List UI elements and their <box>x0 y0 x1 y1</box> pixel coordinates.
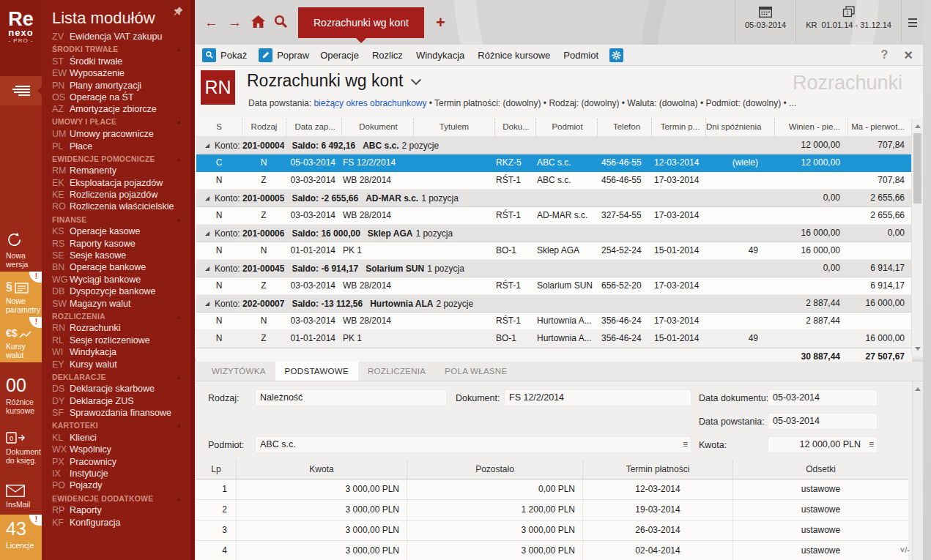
scroll-down-icon[interactable] <box>912 343 923 354</box>
module-item-rl[interactable]: RLSesje rozliczeniowe <box>52 335 190 346</box>
grid-group-row[interactable]: Konto: 201-00045Saldo: -6 914,17Solarium… <box>196 260 912 277</box>
module-item-px[interactable]: PXPracownicy <box>52 456 190 468</box>
edit-button[interactable]: Popraw <box>277 50 309 61</box>
module-item-wx[interactable]: WXWspólnicy <box>52 444 190 455</box>
module-item-pl[interactable]: PLPłace <box>52 141 190 152</box>
module-item-zv[interactable]: ZVEwidencja VAT zakupu <box>52 31 190 42</box>
module-item-ek[interactable]: EKEksploatacja pojazdów <box>52 177 190 189</box>
tab-rozrachunki-wg-kont[interactable]: Rozrachunki wg kont <box>298 7 424 38</box>
menubar-item-3[interactable]: Różnice kursowe <box>478 50 550 61</box>
rail-tile-dokument-do-ksieg[interactable]: 0 Dokument do księg. <box>0 422 42 468</box>
grid-detail-row[interactable]: NN01-01-2014PK 1BO-1Sklep AGA254-52-2415… <box>196 242 912 260</box>
module-item-rm[interactable]: RMRemanenty <box>52 165 190 176</box>
rail-tile-licencje[interactable]: ! 43 Licencje <box>0 515 42 560</box>
grid-column-header-10[interactable]: Winien - pie... <box>774 119 847 136</box>
module-item-ke[interactable]: KERozliczenia pojazdów <box>52 189 190 201</box>
module-section[interactable]: EWIDENCJE DODATKOWE <box>52 493 190 504</box>
expand-triangle-icon[interactable] <box>205 231 209 236</box>
grid-column-header-2[interactable]: Data zap... <box>286 119 341 136</box>
module-item-ks[interactable]: KSOperacje kasowe <box>52 225 190 237</box>
menubar-item-0[interactable]: Operacje <box>320 50 359 61</box>
menubar-item-4[interactable]: Podmiot <box>563 50 598 61</box>
detail-tab-pola-własne[interactable]: POLA WŁASNE <box>435 362 516 381</box>
grid-column-header-5[interactable]: Doku... <box>494 119 535 136</box>
work-date-button[interactable]: 05-03-2014 <box>735 0 795 45</box>
forward-arrow-icon[interactable]: → <box>228 15 242 29</box>
grid-column-header-3[interactable]: Dokument <box>341 119 413 136</box>
module-item-ix[interactable]: IXInstytucje <box>52 468 190 479</box>
module-section[interactable]: ŚRODKI TRWAŁE <box>52 43 190 55</box>
podmiot-field[interactable]: ABC s.c. ≡ <box>255 436 691 453</box>
installment-row[interactable]: 13 000,00 PLN0,00 PLN12-03-2014ustawowe <box>196 479 908 500</box>
pin-icon[interactable] <box>174 6 183 19</box>
grid-detail-row[interactable]: NN03-03-2014WB 28/2014RŚT-1Hurtownia A..… <box>196 313 912 330</box>
grid-vertical-scrollbar[interactable] <box>911 119 923 356</box>
expand-triangle-icon[interactable] <box>205 302 209 306</box>
menubar-item-2[interactable]: Windykacja <box>416 50 464 61</box>
module-item-pn[interactable]: PNPlany amortyzacji <box>52 80 190 92</box>
installment-row[interactable]: 43 000,00 PLN3 000,00 PLN02-04-2014ustaw… <box>196 541 908 560</box>
lookup-list-icon[interactable]: ≡ <box>683 437 688 452</box>
kwota-field[interactable]: 12 000,00 PLN ≡ <box>768 436 878 453</box>
show-icon[interactable] <box>202 48 216 62</box>
module-section[interactable]: ROZLICZENIA <box>52 310 190 322</box>
rail-tile-kursy-walut[interactable]: ! €$ Kursy walut <box>0 317 42 362</box>
back-arrow-icon[interactable]: ← <box>204 15 218 29</box>
module-item-se[interactable]: SESesje kasowe <box>52 250 190 261</box>
rail-tile-nowe-parametry[interactable]: ! § Nowe parametry <box>0 272 42 317</box>
grid-column-header-6[interactable]: Podmiot <box>535 119 597 136</box>
expand-triangle-icon[interactable] <box>205 266 209 271</box>
module-section[interactable]: KARTOTEKI <box>52 420 190 432</box>
rail-tile-roznice-kursowe[interactable]: 00 Różnice kursowe <box>0 371 42 418</box>
grid-column-header-11[interactable]: Ma - pierwot... <box>847 119 912 136</box>
module-item-sf[interactable]: SFSprawozdania finansowe <box>52 407 190 419</box>
module-item-az[interactable]: AZAmortyzacje zbiorcze <box>52 103 190 115</box>
grid-detail-row[interactable]: NZ01-01-2014PK 1BO-1Hurtownia A...356-46… <box>196 330 912 348</box>
gear-icon[interactable] <box>609 48 623 62</box>
rail-tile-nowa-wersja[interactable]: Nowa wersja <box>0 226 42 272</box>
detail-tab-wizytówka[interactable]: WIZYTÓWKA <box>202 362 275 381</box>
module-item-kf[interactable]: KFKonfiguracja <box>52 517 190 529</box>
module-item-ro[interactable]: RORozliczenia właścicielskie <box>52 201 190 212</box>
grid-column-header-7[interactable]: Telefon <box>597 119 651 136</box>
grid-detail-row[interactable]: CN05-03-2014FS 12/2/2014RKZ-5ABC s.c.456… <box>196 154 912 172</box>
rail-tile-insmail[interactable]: InsMail <box>0 475 42 512</box>
module-section[interactable]: FINANSE <box>52 214 190 225</box>
scroll-up-icon[interactable] <box>912 120 923 132</box>
module-item-os[interactable]: OSOperacje na ŚT <box>52 92 190 103</box>
module-section[interactable]: EWIDENCJE POMOCNICZE <box>52 153 190 165</box>
add-tab-button[interactable]: + <box>436 15 445 31</box>
installment-row[interactable]: 33 000,00 PLN3 000,00 PLN26-03-2014ustaw… <box>196 520 908 541</box>
grid-column-header-1[interactable]: Rodzaj <box>242 119 286 136</box>
module-item-ds[interactable]: DSDeklaracje skarbowe <box>52 383 190 395</box>
detail-tab-podstawowe[interactable]: PODSTAWOWE <box>275 362 358 381</box>
edit-icon[interactable] <box>259 48 272 62</box>
grid-detail-row[interactable]: NZ03-03-2014WB 28/2014RŚT-1AD-MAR s.c.32… <box>196 207 912 225</box>
window-menu-icon[interactable] <box>901 0 923 45</box>
module-item-rs[interactable]: RSRaporty kasowe <box>52 238 190 250</box>
module-item-sw[interactable]: SWMagazyn walut <box>52 298 190 310</box>
module-item-bn[interactable]: BNOperacje bankowe <box>52 261 190 273</box>
grid-group-row[interactable]: Konto: 201-00004Saldo: 6 492,16ABC s.c.2… <box>196 137 912 154</box>
grid-column-header-9[interactable]: Dni spóźnienia <box>705 119 774 136</box>
module-item-kl[interactable]: KLKlienci <box>52 432 190 444</box>
module-item-db[interactable]: DBDyspozycje bankowe <box>52 285 190 297</box>
grid-group-row[interactable]: Konto: 201-00006Saldo: 16 000,00Sklep AG… <box>196 225 912 242</box>
grid-group-row[interactable]: Konto: 202-00007Saldo: -13 112,56Hurtown… <box>196 295 912 313</box>
scroll-thumb[interactable] <box>913 133 921 204</box>
grid-group-row[interactable]: Konto: 201-00005Saldo: -2 655,66AD-MAR s… <box>196 190 912 207</box>
show-button[interactable]: Pokaż <box>220 50 247 61</box>
title-dropdown-chevron-icon[interactable] <box>410 75 420 85</box>
dokument-field[interactable]: FS 12/2/2014 <box>504 389 691 406</box>
lookup-list-icon[interactable]: ≡ <box>869 437 874 452</box>
detail-tab-rozliczenia[interactable]: ROZLICZENIA <box>358 362 435 381</box>
home-icon[interactable] <box>251 15 266 31</box>
period-button[interactable]: 1 KR 01.01.14 - 31.12.14 <box>795 0 901 45</box>
help-button[interactable]: ? <box>881 48 889 61</box>
expand-triangle-icon[interactable] <box>205 196 209 201</box>
module-item-wg[interactable]: WGWyciągi bankowe <box>52 274 190 285</box>
module-item-wi[interactable]: WIWindykacja <box>52 346 190 358</box>
grid-detail-row[interactable]: NZ03-03-2014WB 28/2014RŚT-1Solarium SUN6… <box>196 277 912 295</box>
close-module-button[interactable]: × <box>904 48 913 62</box>
grid-column-header-4[interactable]: Tytułem <box>413 119 494 136</box>
